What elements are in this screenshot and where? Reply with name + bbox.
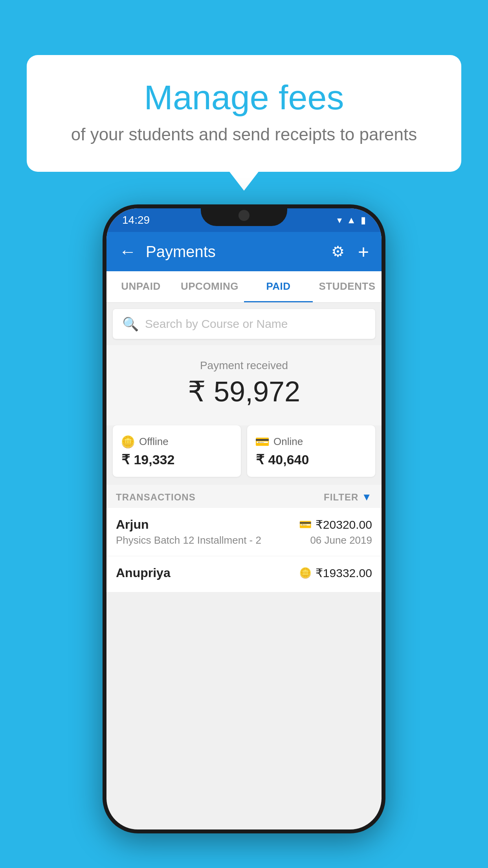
- offline-icon: 🪙: [121, 435, 135, 449]
- transaction-amount: ₹20320.00: [316, 518, 372, 531]
- background: Manage fees of your students and send re…: [0, 0, 488, 868]
- offline-card: 🪙 Offline ₹ 19,332: [113, 425, 241, 477]
- transaction-item-anupriya[interactable]: Anupriya 🪙 ₹19332.00: [106, 556, 382, 592]
- app-header: ← Payments ⚙ +: [106, 232, 382, 271]
- transactions-header: TRANSACTIONS FILTER ▼: [106, 485, 382, 508]
- tab-students[interactable]: STUDENTS: [313, 271, 382, 302]
- speech-bubble-wrapper: Manage fees of your students and send re…: [27, 55, 461, 172]
- header-title: Payments: [146, 243, 322, 261]
- transaction-course: Physics Batch 12 Installment - 2: [116, 534, 261, 546]
- offline-amount: ₹ 19,332: [121, 452, 174, 467]
- transaction-row-bottom: Physics Batch 12 Installment - 2 06 June…: [116, 534, 372, 546]
- payment-received-amount: ₹ 59,972: [114, 375, 374, 408]
- battery-icon: ▮: [361, 215, 366, 226]
- bubble-subtitle: of your students and send receipts to pa…: [58, 125, 430, 144]
- filter-button[interactable]: FILTER ▼: [324, 491, 372, 503]
- offline-label: Offline: [139, 436, 169, 448]
- online-payment-icon: 💳: [299, 519, 312, 531]
- wifi-icon: ▾: [337, 215, 342, 226]
- status-time: 14:29: [122, 214, 150, 226]
- tab-upcoming[interactable]: UPCOMING: [175, 271, 244, 302]
- transaction-date: 06 June 2019: [310, 534, 372, 546]
- transaction-amount-2: ₹19332.00: [316, 566, 372, 580]
- transaction-name-2: Anupriya: [116, 566, 171, 580]
- signal-icon: ▲: [347, 215, 356, 226]
- transaction-amount-wrapper-2: 🪙 ₹19332.00: [299, 566, 372, 580]
- transaction-item-arjun[interactable]: Arjun 💳 ₹20320.00 Physics Batch 12 Insta…: [106, 508, 382, 556]
- payment-received-section: Payment received ₹ 59,972: [106, 345, 382, 425]
- phone-camera: [238, 210, 250, 221]
- add-button[interactable]: +: [358, 241, 369, 263]
- offline-payment-icon: 🪙: [299, 567, 312, 579]
- filter-label: FILTER: [324, 492, 358, 503]
- online-icon: 💳: [255, 435, 270, 449]
- search-bar[interactable]: 🔍 Search by Course or Name: [113, 309, 375, 339]
- phone-screen: 14:29 ▾ ▲ ▮ ← Payments ⚙ +: [106, 208, 382, 829]
- scrollable-content: 🔍 Search by Course or Name Payment recei…: [106, 303, 382, 829]
- tabs-bar: UNPAID UPCOMING PAID STUDENTS: [106, 271, 382, 303]
- transaction-amount-wrapper: 💳 ₹20320.00: [299, 518, 372, 531]
- filter-icon: ▼: [361, 491, 372, 503]
- bubble-title: Manage fees: [58, 79, 430, 117]
- offline-card-header: 🪙 Offline: [121, 435, 169, 449]
- transaction-name: Arjun: [116, 517, 149, 532]
- phone-notch: [201, 204, 287, 226]
- online-label: Online: [273, 436, 303, 448]
- online-card-header: 💳 Online: [255, 435, 303, 449]
- transactions-label: TRANSACTIONS: [116, 492, 196, 503]
- back-button[interactable]: ←: [119, 242, 136, 261]
- transaction-row-top-2: Anupriya 🪙 ₹19332.00: [116, 566, 372, 580]
- status-icons: ▾ ▲ ▮: [337, 215, 366, 226]
- search-icon: 🔍: [122, 316, 139, 332]
- settings-button[interactable]: ⚙: [331, 243, 345, 260]
- payment-received-label: Payment received: [114, 359, 374, 372]
- tab-unpaid[interactable]: UNPAID: [106, 271, 175, 302]
- transaction-row-top: Arjun 💳 ₹20320.00: [116, 517, 372, 532]
- phone-frame: 14:29 ▾ ▲ ▮ ← Payments ⚙ +: [103, 204, 385, 833]
- online-amount: ₹ 40,640: [255, 452, 309, 467]
- online-card: 💳 Online ₹ 40,640: [247, 425, 375, 477]
- search-placeholder: Search by Course or Name: [145, 317, 288, 331]
- tab-paid[interactable]: PAID: [244, 271, 313, 302]
- speech-bubble: Manage fees of your students and send re…: [27, 55, 461, 172]
- payment-cards-row: 🪙 Offline ₹ 19,332 💳 Online ₹ 40,640: [113, 425, 375, 477]
